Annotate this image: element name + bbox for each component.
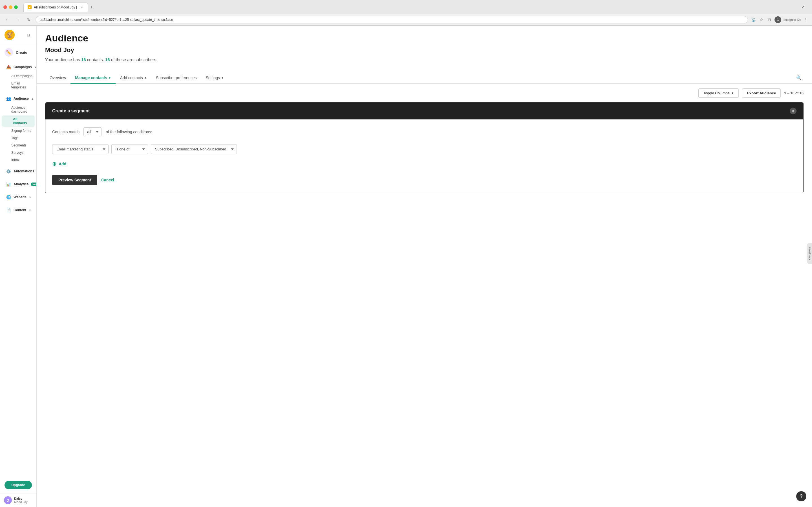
campaigns-label: Campaigns: [13, 65, 32, 69]
content-label: Content: [13, 208, 26, 212]
incognito-label: Incognito (2): [783, 18, 801, 21]
add-contacts-chevron-icon: ▼: [144, 76, 147, 79]
sidebar-item-audience[interactable]: 👥 Audience ▲: [2, 94, 35, 104]
extensions-icon[interactable]: ⊡: [767, 17, 772, 22]
audience-label: Audience: [13, 97, 29, 101]
tab-settings-label: Settings: [206, 75, 220, 80]
browser-chrome: M All subscribers of Mood Joy | × + ⤢ ← …: [0, 0, 812, 26]
search-icon[interactable]: 🔍: [795, 73, 804, 82]
add-condition-button[interactable]: Add: [59, 162, 66, 166]
toggle-columns-button[interactable]: Toggle Columns ▼: [698, 89, 739, 98]
cast-icon[interactable]: 📡: [751, 17, 756, 22]
stats-count2: 16: [105, 57, 110, 62]
pagination-end: 16: [790, 91, 794, 95]
new-tab-button[interactable]: +: [88, 2, 95, 12]
content-section: 📄 Content ▼: [0, 204, 36, 217]
preview-segment-button[interactable]: Preview Segment: [52, 175, 97, 185]
analytics-new-badge: New: [31, 182, 37, 186]
close-window-button[interactable]: [3, 5, 7, 9]
toggle-columns-chevron-icon: ▼: [731, 92, 734, 95]
segment-panel: Create a segment × Contacts match all an…: [45, 102, 804, 193]
sidebar-item-automations[interactable]: ⚙️ Automations ▼: [2, 166, 35, 176]
menu-icon[interactable]: ⋮: [803, 17, 809, 22]
automations-section: ⚙️ Automations ▼: [0, 165, 36, 178]
match-select[interactable]: all any: [84, 127, 102, 136]
pagination-info: 1 – 16 of 16: [784, 91, 804, 95]
upgrade-section: Upgrade: [0, 477, 36, 493]
segment-close-button[interactable]: ×: [790, 108, 797, 114]
audience-name: Mood Joy: [45, 47, 804, 54]
sidebar-item-analytics[interactable]: 📊 Analytics New ▼: [2, 179, 35, 189]
cancel-button[interactable]: Cancel: [101, 178, 114, 182]
tab-overview[interactable]: Overview: [45, 72, 70, 84]
pagination-total: 16: [800, 91, 804, 95]
sidebar: 🐒 ⊟ ✏️ Create 📤 Campaigns ▲ All campaign…: [0, 26, 37, 507]
website-icon: 🌐: [6, 194, 11, 200]
maximize-window-button[interactable]: [14, 5, 18, 9]
export-audience-button[interactable]: Export Audience: [742, 89, 781, 98]
audience-chevron-icon: ▲: [31, 97, 34, 100]
tab-settings[interactable]: Settings ▼: [201, 72, 229, 84]
website-chevron-icon: ▼: [29, 196, 32, 199]
sidebar-item-audience-dashboard[interactable]: Audience dashboard: [0, 104, 36, 115]
stats-suffix: of these are subscribers.: [110, 57, 157, 62]
analytics-icon: 📊: [6, 181, 11, 187]
help-button[interactable]: ?: [796, 491, 806, 501]
browser-actions: 📡 ☆ ⊡ G Incognito (2) ⋮: [751, 16, 809, 23]
pagination-text: 1 – 16 of 16: [784, 91, 804, 95]
browser-expand-icon[interactable]: ⤢: [800, 4, 806, 10]
sidebar-item-email-templates[interactable]: Email templates: [0, 80, 36, 91]
refresh-button[interactable]: ↻: [25, 16, 33, 24]
sidebar-item-website[interactable]: 🌐 Website ▼: [2, 192, 35, 202]
user-section: D Daisy Mood Joy: [0, 493, 36, 507]
upgrade-button[interactable]: Upgrade: [4, 481, 32, 489]
sidebar-item-all-campaigns[interactable]: All campaigns: [0, 72, 36, 80]
nav-tabs: Overview Manage contacts ▼ Add contacts …: [37, 72, 812, 84]
sidebar-item-campaigns[interactable]: 📤 Campaigns ▲: [2, 62, 35, 72]
bookmark-icon[interactable]: ☆: [759, 17, 764, 22]
audience-icon: 👥: [6, 96, 11, 101]
condition-operator-select[interactable]: is one of is not one of: [111, 144, 148, 154]
tab-title: All subscribers of Mood Joy |: [34, 5, 77, 9]
sidebar-item-inbox[interactable]: Inbox: [0, 156, 36, 164]
content-toolbar: Toggle Columns ▼ Export Audience 1 – 16 …: [37, 84, 812, 102]
condition-field-select[interactable]: Email marketing status Email address Fir…: [52, 144, 109, 154]
sidebar-toggle-button[interactable]: ⊟: [25, 32, 32, 38]
analytics-label: Analytics: [13, 182, 29, 186]
address-input[interactable]: [36, 16, 748, 23]
contacts-match-row: Contacts match all any of the following …: [52, 127, 797, 136]
create-label: Create: [16, 50, 27, 55]
minimize-window-button[interactable]: [9, 5, 12, 9]
back-button[interactable]: ←: [3, 16, 11, 24]
feedback-tab[interactable]: Feedback: [807, 243, 812, 264]
tab-close-button[interactable]: ×: [79, 5, 84, 10]
toggle-columns-label: Toggle Columns: [703, 91, 729, 95]
tab-favicon: M: [28, 5, 32, 9]
sidebar-item-signup-forms[interactable]: Signup forms: [0, 127, 36, 134]
sidebar-item-content[interactable]: 📄 Content ▼: [2, 205, 35, 215]
automations-label: Automations: [13, 169, 34, 173]
sidebar-item-surveys[interactable]: Surveys: [0, 149, 36, 156]
campaigns-icon: 📤: [6, 64, 11, 70]
tab-add-contacts[interactable]: Add contacts ▼: [116, 72, 151, 84]
tab-subscriber-preferences[interactable]: Subscriber preferences: [151, 72, 201, 84]
segment-title: Create a segment: [52, 108, 90, 114]
condition-value-select[interactable]: Subscribed, Unsubscribed, Non-Subscribed…: [151, 144, 237, 154]
following-conditions-label: of the following conditions:: [106, 129, 152, 134]
audience-section: 👥 Audience ▲ Audience dashboard All cont…: [0, 92, 36, 165]
forward-button[interactable]: →: [14, 16, 22, 24]
tab-manage-contacts[interactable]: Manage contacts ▼: [70, 72, 116, 84]
content-icon: 📄: [6, 207, 11, 213]
profile-button[interactable]: G: [774, 16, 781, 23]
sidebar-item-all-contacts[interactable]: All contacts: [2, 115, 35, 127]
mailchimp-logo[interactable]: 🐒: [4, 30, 15, 40]
website-section: 🌐 Website ▼: [0, 191, 36, 204]
sidebar-item-tags[interactable]: Tags: [0, 134, 36, 142]
create-button[interactable]: ✏️ Create: [4, 48, 32, 57]
main-content: Audience Mood Joy Your audience has 16 c…: [37, 26, 812, 507]
create-icon: ✏️: [4, 48, 13, 57]
user-org: Mood Joy: [14, 500, 28, 504]
sidebar-item-segments[interactable]: Segments: [0, 142, 36, 149]
active-tab[interactable]: M All subscribers of Mood Joy | ×: [23, 3, 88, 12]
user-name: Daisy: [14, 497, 28, 500]
